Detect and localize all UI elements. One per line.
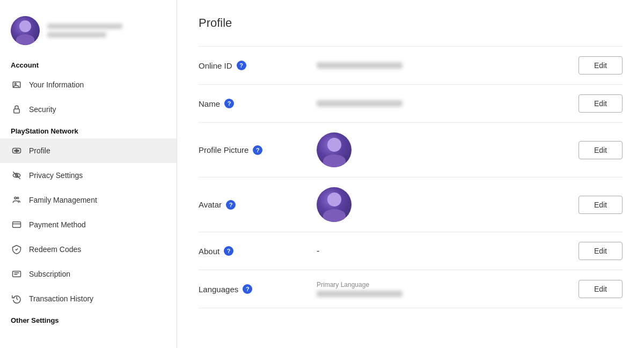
name-edit: Edit	[579, 94, 623, 113]
main-content: Profile Online ID ? Edit Name ? Edit Pro…	[177, 0, 644, 348]
sidebar-subtitle	[47, 32, 106, 38]
sidebar-username	[47, 24, 122, 29]
avatar-help-icon[interactable]: ?	[226, 200, 236, 210]
about-dash-text: -	[317, 246, 319, 255]
sidebar-section-psn: PlayStation Network	[0, 122, 177, 138]
online-id-label: Online ID ?	[199, 61, 306, 70]
gamepad-icon	[11, 145, 23, 157]
svg-point-7	[16, 151, 17, 152]
about-help-icon[interactable]: ?	[224, 246, 233, 256]
about-row: About ? - Edit	[199, 232, 623, 270]
about-edit-button[interactable]: Edit	[579, 242, 623, 260]
card-icon	[11, 219, 23, 231]
languages-edit: Edit	[579, 280, 623, 298]
name-row: Name ? Edit	[199, 85, 623, 123]
sidebar-item-security[interactable]: Security	[0, 97, 177, 122]
family-icon	[11, 194, 23, 206]
subscription-icon	[11, 268, 23, 280]
avatar-row: Avatar ? Edit	[199, 177, 623, 232]
sidebar-item-profile[interactable]: Profile	[0, 138, 177, 163]
online-id-help-icon[interactable]: ?	[237, 61, 246, 70]
person-icon	[11, 79, 23, 91]
svg-line-10	[13, 172, 20, 179]
languages-label: Languages ?	[199, 284, 306, 294]
sidebar-label-family-management: Family Management	[29, 196, 97, 204]
languages-help-icon[interactable]: ?	[243, 284, 252, 294]
online-id-blurred	[317, 62, 402, 69]
sidebar-user-avatar	[11, 16, 40, 45]
languages-edit-button[interactable]: Edit	[579, 280, 623, 298]
svg-point-4	[14, 150, 16, 151]
svg-point-5	[16, 149, 17, 150]
sidebar-user-header	[0, 11, 177, 56]
page-title: Profile	[199, 16, 623, 30]
svg-point-11	[14, 197, 17, 199]
svg-point-12	[17, 197, 19, 199]
avatar-image	[317, 187, 352, 222]
online-id-edit-button[interactable]: Edit	[579, 56, 623, 75]
profile-picture-value	[306, 132, 579, 167]
profile-picture-help-icon[interactable]: ?	[253, 145, 262, 155]
profile-picture-label: Profile Picture ?	[199, 145, 306, 155]
sidebar-item-privacy-settings[interactable]: Privacy Settings	[0, 163, 177, 188]
redeem-icon	[11, 243, 23, 255]
about-edit: Edit	[579, 242, 623, 260]
profile-picture-row: Profile Picture ? Edit	[199, 123, 623, 177]
sidebar-label-your-information: Your Information	[29, 80, 84, 89]
profile-picture-edit: Edit	[579, 141, 623, 159]
name-help-icon[interactable]: ?	[224, 99, 234, 108]
eye-icon	[11, 169, 23, 181]
sidebar-item-subscription[interactable]: Subscription	[0, 262, 177, 286]
sidebar-section-other: Other Settings	[0, 311, 177, 328]
languages-block: Primary Language	[317, 281, 568, 297]
name-edit-button[interactable]: Edit	[579, 94, 623, 113]
sidebar-label-subscription: Subscription	[29, 270, 70, 278]
sidebar-label-profile: Profile	[29, 146, 50, 155]
sidebar-item-family-management[interactable]: Family Management	[0, 188, 177, 212]
sidebar: Account Your Information Security PlaySt…	[0, 0, 177, 348]
svg-point-1	[14, 83, 16, 85]
name-label: Name ?	[199, 99, 306, 108]
lock-icon	[11, 103, 23, 115]
svg-point-6	[18, 150, 19, 151]
sidebar-label-security: Security	[29, 105, 56, 114]
primary-lang-label: Primary Language	[317, 281, 568, 288]
online-id-row: Online ID ? Edit	[199, 46, 623, 85]
sidebar-item-your-information[interactable]: Your Information	[0, 72, 177, 97]
online-id-edit: Edit	[579, 56, 623, 75]
about-value: -	[306, 246, 579, 256]
history-icon	[11, 293, 23, 305]
about-label: About ?	[199, 246, 306, 256]
sidebar-label-transaction-history: Transaction History	[29, 294, 93, 303]
sidebar-item-transaction-history[interactable]: Transaction History	[0, 286, 177, 311]
sidebar-item-redeem-codes[interactable]: Redeem Codes	[0, 237, 177, 262]
sidebar-label-redeem-codes: Redeem Codes	[29, 245, 81, 254]
name-blurred	[317, 100, 402, 107]
sidebar-label-payment-method: Payment Method	[29, 220, 86, 229]
sidebar-label-privacy-settings: Privacy Settings	[29, 171, 83, 180]
name-value	[306, 100, 579, 107]
languages-row: Languages ? Primary Language Edit	[199, 270, 623, 308]
avatar-edit: Edit	[579, 196, 623, 214]
sidebar-username-block	[47, 24, 122, 38]
avatar-value	[306, 187, 579, 222]
languages-value: Primary Language	[306, 281, 579, 297]
profile-picture-image	[317, 132, 352, 167]
online-id-value	[306, 62, 579, 69]
avatar-label: Avatar ?	[199, 200, 306, 210]
sidebar-item-payment-method[interactable]: Payment Method	[0, 212, 177, 237]
avatar-edit-button[interactable]: Edit	[579, 196, 623, 214]
svg-rect-2	[14, 109, 20, 113]
profile-picture-edit-button[interactable]: Edit	[579, 141, 623, 159]
sidebar-section-account: Account	[0, 56, 177, 72]
languages-blurred	[317, 291, 402, 297]
svg-rect-13	[13, 222, 21, 228]
